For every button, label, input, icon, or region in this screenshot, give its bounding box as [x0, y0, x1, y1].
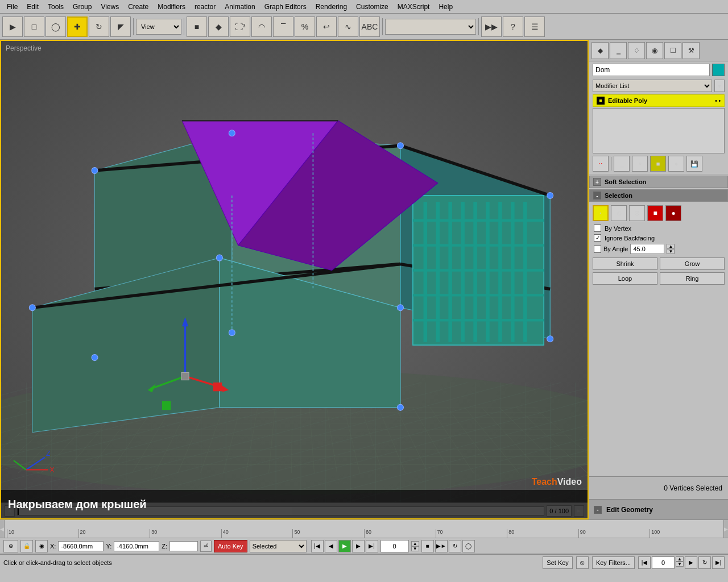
by-angle-checkbox[interactable] — [594, 246, 601, 253]
layer-btn[interactable]: ☰ — [524, 16, 545, 37]
curve-btn[interactable]: ∿ — [338, 16, 358, 37]
menu-animation[interactable]: Animation — [220, 2, 259, 12]
named-sel-dropdown[interactable] — [385, 19, 476, 35]
panel-modify-btn[interactable]: ⎯ — [610, 42, 627, 59]
anim-btn-1[interactable]: ■ — [421, 540, 434, 552]
panel-create-btn[interactable]: ◆ — [592, 42, 609, 59]
modifier-stack-item[interactable]: ■ Editable Poly • • — [593, 94, 725, 107]
bottom-next-btn[interactable]: ▶| — [712, 556, 725, 569]
render-btn[interactable]: ■ — [187, 16, 207, 37]
ignore-backfacing-checkbox[interactable] — [594, 234, 601, 242]
y-input[interactable] — [114, 541, 159, 551]
by-angle-input[interactable] — [630, 244, 664, 254]
sel-vertex-icon[interactable]: ⋅ — [593, 205, 609, 221]
help-btn[interactable]: ? — [503, 16, 523, 37]
selection-toggle[interactable]: - — [593, 192, 601, 199]
by-angle-down-btn[interactable]: ▼ — [667, 249, 675, 254]
play-btn[interactable]: ▶ — [338, 540, 351, 552]
menu-customize[interactable]: Customize — [351, 2, 393, 12]
lock-btn[interactable]: 🔒 — [20, 540, 33, 552]
anim-btn-3[interactable]: ↻ — [449, 540, 461, 552]
viewport-dropdown[interactable]: View — [136, 19, 181, 35]
go-start-btn[interactable]: |◀ — [311, 540, 324, 552]
sel-element-icon[interactable]: ● — [665, 205, 681, 221]
menu-views[interactable]: Views — [96, 2, 123, 12]
sel-poly-icon[interactable]: ■ — [647, 205, 663, 221]
frame-down-btn[interactable]: ▼ — [411, 546, 419, 551]
by-angle-up-btn[interactable]: ▲ — [667, 244, 675, 249]
bottom-play-prev[interactable]: |◀ — [638, 556, 651, 569]
menu-maxscript[interactable]: MAXScript — [393, 2, 435, 12]
subobj-vertex-btn[interactable]: ⋅⋅ — [593, 156, 609, 172]
bottom-play-btn[interactable]: ▶ — [685, 556, 697, 569]
menu-help[interactable]: Help — [434, 2, 457, 12]
box-select-btn[interactable]: □ — [24, 16, 44, 37]
object-name-input[interactable] — [593, 64, 710, 76]
panel-hierarchy-btn[interactable]: ♢ — [628, 42, 645, 59]
mirror-btn[interactable]: ◠ — [251, 16, 272, 37]
sel-edge-icon[interactable]: ⎋ — [611, 205, 627, 221]
menu-reactor[interactable]: reactor — [190, 2, 220, 12]
menu-rendering[interactable]: Rendering — [311, 2, 351, 12]
set-key-btn[interactable]: Set Key — [543, 556, 573, 569]
circle-select-btn[interactable]: ◯ — [46, 16, 66, 37]
material-btn[interactable]: ◆ — [208, 16, 229, 37]
next-frame-btn[interactable]: ▶ — [352, 540, 365, 552]
modifier-dropdown-arrow[interactable]: ▼ — [714, 80, 725, 92]
menu-create[interactable]: Create — [123, 2, 153, 12]
subobj-poly-btn[interactable]: ■ — [650, 156, 666, 172]
panel-scroll-area[interactable]: + Soft Selection - Selection ⋅ ⎋ ⊙ ■ ● B… — [589, 174, 728, 476]
soft-selection-header[interactable]: + Soft Selection — [589, 176, 728, 188]
timeline[interactable]: ◀ 10 20 30 40 50 60 70 80 90 100 ▶ — [0, 520, 728, 538]
undo-btn[interactable]: ↩ — [316, 16, 337, 37]
key-filters-btn[interactable]: Key Filters... — [592, 556, 635, 569]
select-tool-btn[interactable]: ▶ — [2, 16, 23, 37]
anim-btn-2[interactable]: ▶► — [435, 540, 448, 552]
subobj-save-btn[interactable]: 💾 — [686, 156, 702, 172]
menu-graph-editors[interactable]: Graph Editors — [260, 2, 311, 12]
z-input[interactable] — [169, 541, 198, 551]
coord-type-btn[interactable]: ◉ — [35, 540, 48, 552]
anim-btn-4[interactable]: ◯ — [462, 540, 475, 552]
sel-border-icon[interactable]: ⊙ — [629, 205, 645, 221]
panel-motion-btn[interactable]: ◉ — [646, 42, 663, 59]
soft-selection-toggle[interactable]: + — [593, 178, 601, 186]
selection-header[interactable]: - Selection — [589, 189, 728, 202]
timeline-left-arrow[interactable]: ◀ — [0, 520, 5, 538]
move-btn[interactable]: ✚ — [67, 16, 88, 37]
prev-frame-btn[interactable]: ◀ — [325, 540, 337, 552]
menu-group[interactable]: Group — [68, 2, 96, 12]
bottom-loop-btn[interactable]: ↻ — [698, 556, 711, 569]
subobj-element-btn[interactable]: ● — [668, 156, 684, 172]
timeline-right-arrow[interactable]: ▶ — [723, 520, 728, 538]
named-sel-btn[interactable]: ABC — [359, 16, 380, 37]
bottom-frame-down[interactable]: ▼ — [676, 562, 684, 567]
by-vertex-checkbox[interactable] — [594, 225, 601, 232]
subobj-edge-btn[interactable]: ⎯ — [614, 156, 630, 172]
ring-btn[interactable]: Ring — [660, 272, 725, 285]
selected-dropdown[interactable]: Selected — [250, 540, 307, 552]
percent-btn[interactable]: % — [295, 16, 315, 37]
snap-btn[interactable]: ⛶³ — [230, 16, 250, 37]
go-end-btn[interactable]: ▶| — [366, 540, 378, 552]
menu-file[interactable]: File — [2, 2, 22, 12]
x-input[interactable] — [58, 541, 104, 551]
rotate-btn[interactable]: ↻ — [89, 16, 109, 37]
subobj-border-btn[interactable]: ⚬ — [632, 156, 648, 172]
menu-modifiers[interactable]: Modifiers — [153, 2, 190, 12]
auto-key-btn[interactable]: Auto Key — [214, 540, 247, 552]
panel-utilities-btn[interactable]: ⚒ — [682, 42, 700, 59]
timeline-ruler[interactable]: 10 20 30 40 50 60 70 80 90 100 — [5, 520, 723, 538]
modifier-list-dropdown[interactable]: Modifier List — [593, 80, 712, 92]
play-btn[interactable]: ▶▶ — [481, 16, 502, 37]
panel-display-btn[interactable]: ☐ — [664, 42, 681, 59]
object-color-swatch[interactable] — [712, 64, 725, 76]
menu-edit[interactable]: Edit — [22, 2, 43, 12]
scale-btn[interactable]: ◤ — [110, 16, 131, 37]
grow-btn[interactable]: Grow — [660, 257, 725, 270]
edit-geometry-section[interactable]: - Edit Geometry — [589, 499, 728, 519]
frame-input[interactable] — [380, 540, 409, 552]
shrink-btn[interactable]: Shrink — [593, 257, 657, 270]
loop-btn[interactable]: Loop — [593, 272, 657, 285]
frame-up-btn[interactable]: ▲ — [411, 541, 419, 546]
